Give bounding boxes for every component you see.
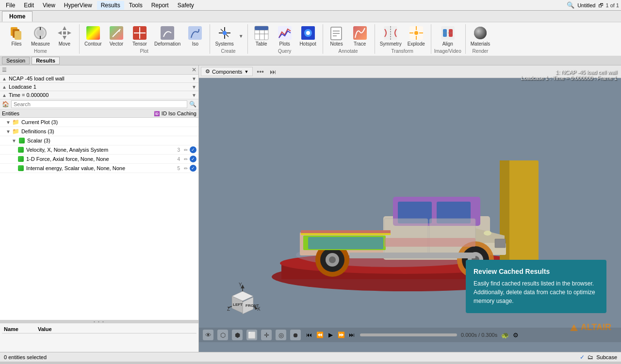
hotspot-label: Hotspot	[299, 41, 316, 47]
svg-rect-76	[349, 253, 475, 258]
energy-edit-icon[interactable]: ✏	[184, 166, 188, 171]
loadcase-label: NCAP -45 load cell wall	[7, 76, 192, 81]
ribbon-btn-hotspot[interactable]: Hotspot	[297, 24, 319, 47]
sidebar-search-input[interactable]	[11, 100, 187, 108]
loadcase-dropdown[interactable]: ▼	[192, 76, 196, 81]
tree-item-definitions[interactable]: ▼ 📁 Definitions (3)	[0, 127, 198, 136]
menu-safety[interactable]: Safety	[174, 1, 198, 10]
ribbon-btn-tensor[interactable]: Tensor	[129, 24, 150, 47]
ribbon-btn-iso[interactable]: Iso	[184, 24, 206, 47]
surface-btn[interactable]: ⬜	[246, 330, 257, 340]
group-label-annotate: Annotate	[339, 48, 358, 54]
search-icon[interactable]: 🔍	[189, 101, 196, 108]
force-edit-icon[interactable]: ✏	[184, 157, 188, 162]
components-more[interactable]: •••	[255, 68, 266, 76]
tab-session[interactable]: Session	[2, 57, 30, 64]
axis-btn[interactable]: ✛	[261, 330, 272, 340]
eye-btn[interactable]: 👁	[203, 330, 213, 340]
menu-tools[interactable]: Tools	[125, 1, 147, 10]
time-dropdown[interactable]: ▼	[192, 93, 196, 98]
viewport-info-line1: 1: NCAP -45 load cell wall	[521, 69, 617, 75]
loadcase-num-dropdown[interactable]: ▼	[192, 84, 196, 90]
force-label: 1-D Force, Axial force, None, None	[26, 156, 175, 162]
velocity-label: Velocity, X, None, Analysis System	[26, 147, 175, 153]
ribbon-btn-explode[interactable]: Explode	[406, 24, 427, 47]
tensor-label: Tensor	[132, 41, 147, 47]
ribbon-btn-plots[interactable]: Plots	[274, 24, 295, 47]
speed-icon[interactable]: 🐢	[501, 332, 509, 339]
create-dropdown[interactable]: ▼	[239, 33, 244, 39]
svg-marker-7	[63, 26, 66, 30]
menu-view[interactable]: View	[39, 1, 59, 10]
orientation-cube-container[interactable]: Y X	[223, 283, 262, 323]
velocity-edit-icon[interactable]: ✏	[184, 147, 188, 153]
skip-start-btn[interactable]: ⏮	[305, 331, 313, 339]
velocity-check: ✓	[190, 146, 196, 153]
time-display: 0.000s / 0.300s	[461, 332, 497, 338]
plots-label: Plots	[279, 41, 290, 47]
ribbon-tab-home[interactable]: Home	[2, 11, 33, 22]
tree-item-velocity[interactable]: Velocity, X, None, Analysis System 3 ✏ ✓	[0, 145, 198, 155]
value-col: Value	[38, 326, 52, 332]
app-title: Untitled	[577, 2, 595, 8]
tab-results[interactable]: Results	[32, 57, 60, 64]
display-btn[interactable]: ⬢	[232, 330, 243, 340]
svg-rect-31	[278, 26, 292, 40]
components-nav[interactable]: ⏭	[268, 68, 278, 76]
tooltip-body: Easily find cached results listed in the…	[474, 279, 599, 305]
components-btn[interactable]: ⚙ Components ▼	[201, 67, 253, 76]
ribbon-btn-deformation[interactable]: Deformation	[152, 24, 182, 47]
ribbon-btn-table[interactable]: Table	[251, 24, 272, 47]
ribbon-btn-measure[interactable]: Measure	[29, 24, 52, 47]
time-label: Time = 0.000000	[7, 92, 192, 98]
group-label-home: Home	[34, 48, 47, 54]
group-label-plot: Plot	[140, 48, 148, 54]
svg-text:Z: Z	[227, 306, 230, 312]
target-btn[interactable]: ◎	[276, 330, 286, 340]
menu-report[interactable]: Report	[147, 1, 173, 10]
search-icon[interactable]: 🔍	[567, 1, 574, 9]
menu-edit[interactable]: Edit	[20, 1, 38, 10]
sidebar-header-icon: ☰	[2, 67, 7, 73]
sidebar-close-btn[interactable]: ✕	[192, 66, 196, 73]
tree-item-current-plot[interactable]: ▼ 📁 Current Plot (3)	[0, 118, 198, 127]
caret-scalar[interactable]: ▼	[12, 138, 16, 143]
ribbon-btn-move[interactable]: Move	[54, 24, 75, 47]
record-btn[interactable]: ⏺	[290, 330, 301, 340]
contour-label: Contour	[84, 41, 102, 47]
ribbon-btn-vector[interactable]: Vector	[106, 24, 127, 47]
energy-icon	[17, 165, 24, 172]
ribbon-btn-align[interactable]: Align	[437, 24, 458, 47]
ribbon-btn-systems[interactable]: Systems	[213, 24, 235, 47]
ribbon-btn-trace[interactable]: Trace	[349, 24, 371, 47]
menu-results[interactable]: Results	[97, 1, 124, 10]
menu-file[interactable]: File	[2, 1, 19, 10]
ribbon-btn-notes[interactable]: Notes	[326, 24, 347, 47]
play-btn[interactable]: ▶	[326, 331, 335, 339]
ribbon-btn-files[interactable]: Files	[6, 24, 27, 47]
scene-btn[interactable]: ⬡	[217, 330, 228, 340]
step-fwd-btn[interactable]: ⏩	[337, 331, 345, 339]
name-value-header: Name Value	[2, 325, 196, 333]
step-back-btn[interactable]: ⏪	[315, 331, 324, 339]
caret-definitions[interactable]: ▼	[6, 129, 11, 134]
menu-hyperview[interactable]: HyperView	[60, 1, 96, 10]
ribbon-btn-materials[interactable]: Materials	[469, 24, 492, 47]
ribbon-btn-contour[interactable]: Contour	[82, 24, 104, 47]
skip-end-btn[interactable]: ⏭	[347, 331, 356, 339]
settings-icon[interactable]: ⚙	[513, 332, 519, 339]
progress-bar[interactable]	[360, 333, 457, 336]
tree-item-energy[interactable]: Internal energy, Scalar value, None, Non…	[0, 164, 198, 173]
table-label: Table	[256, 41, 267, 47]
ribbon-group-home: Files Measure	[4, 24, 80, 54]
tree-item-scalar[interactable]: ▼ Scalar (3)	[0, 136, 198, 145]
svg-rect-12	[86, 26, 100, 40]
caret-current-plot[interactable]: ▼	[6, 120, 11, 125]
tree-item-force[interactable]: 1-D Force, Axial force, None, None 4 ✏ ✓	[0, 155, 198, 164]
svg-text:LEFT: LEFT	[233, 302, 243, 307]
ribbon-btn-symmetry[interactable]: Symmetry	[378, 24, 404, 47]
svg-point-43	[414, 31, 418, 35]
svg-point-75	[329, 256, 336, 263]
ribbon-tabs: Home	[0, 11, 621, 22]
viewport: ⚙ Components ▼ ••• ⏭ 1: NCAP -45 load ce…	[199, 65, 621, 352]
